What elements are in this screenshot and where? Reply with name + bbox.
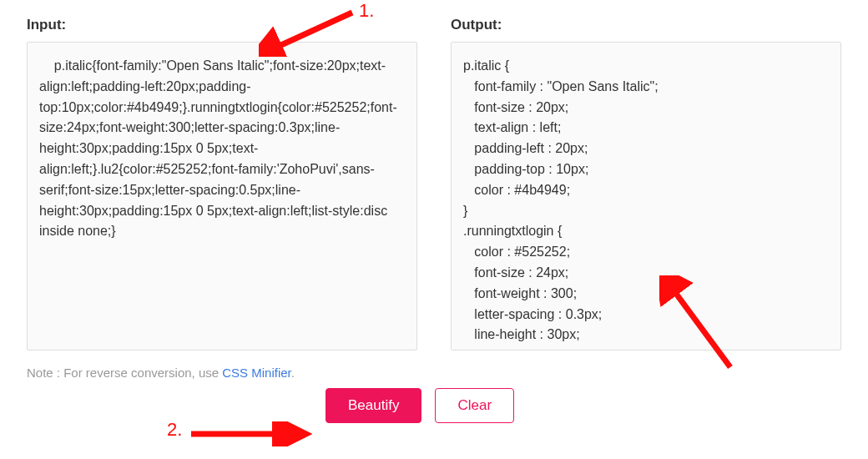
output-label: Output: — [451, 17, 841, 33]
input-label: Input: — [27, 17, 417, 33]
annotation-arrow-2-icon — [187, 421, 312, 446]
input-panel: Input: — [27, 17, 417, 351]
beautify-button[interactable]: Beautify — [326, 388, 421, 423]
css-minifier-link[interactable]: CSS Minifier — [222, 366, 291, 380]
clear-button[interactable]: Clear — [435, 388, 514, 423]
annotation-label-2: 2. — [167, 419, 182, 441]
output-panel: Output: — [451, 17, 841, 351]
output-textarea[interactable] — [451, 42, 841, 351]
note-suffix: . — [291, 366, 295, 380]
note-text: Note : For reverse conversion, use CSS M… — [27, 366, 841, 380]
input-textarea[interactable] — [27, 42, 417, 351]
note-prefix: Note : For reverse conversion, use — [27, 366, 222, 380]
